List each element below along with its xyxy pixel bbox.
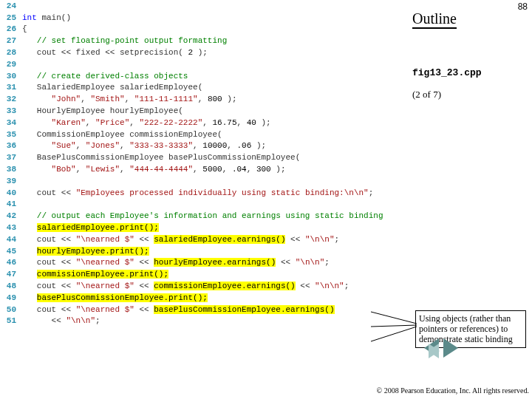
code-text: SalariedEmployee salariedEmployee( (22, 83, 202, 92)
code-line: 50 cout << "\nearned $" << basePlusCommi… (0, 304, 410, 316)
code-line: 40 cout << "Employees processed individu… (0, 187, 410, 199)
code-line: 42 // output each Employee's information… (0, 210, 410, 222)
code-text: cout << "\nearned $" << basePlusCommissi… (22, 305, 335, 314)
code-line: 34 "Karen", "Price", "222-22-2222", 16.7… (0, 117, 410, 129)
line-number: 49 (0, 293, 22, 302)
code-line: 24 (0, 0, 410, 12)
line-number: 47 (0, 270, 22, 279)
line-number: 34 (0, 118, 22, 127)
line-number: 29 (0, 60, 22, 69)
code-editor: 2425int main()26{27 // set floating-poin… (0, 0, 410, 327)
code-line: 25int main() (0, 12, 410, 24)
line-number: 30 (0, 72, 22, 81)
copyright-text: © 2008 Pearson Education, Inc. All right… (377, 386, 529, 395)
code-text: hourlyEmployee.print(); (22, 247, 149, 256)
code-text: { (22, 24, 27, 33)
page-number: 88 (518, 1, 528, 12)
code-text: commissionEmployee.print(); (22, 270, 168, 279)
outline-heading: Outline (412, 10, 457, 29)
code-line: 26{ (0, 24, 410, 35)
code-line: 49 basePlusCommissionEmployee.print(); (0, 292, 410, 304)
line-number: 45 (0, 247, 22, 256)
code-text: cout << fixed << setprecision( 2 ); (22, 48, 208, 57)
line-number: 36 (0, 141, 22, 150)
next-slide-button[interactable] (443, 338, 458, 375)
code-line: 31 SalariedEmployee salariedEmployee( (0, 82, 410, 94)
line-number: 26 (0, 24, 22, 33)
svg-line-0 (371, 312, 417, 324)
code-line: 33 HourlyEmployee hourlyEmployee( (0, 105, 410, 117)
code-text: "John", "Smith", "111-11-1111", 800 ); (22, 95, 237, 103)
code-line: 43 salariedEmployee.print(); (0, 222, 410, 233)
line-number: 31 (0, 83, 22, 92)
code-text: "Bob", "Lewis", "444-44-4444", 5000, .04… (22, 165, 286, 174)
line-number: 44 (0, 235, 22, 244)
line-number: 40 (0, 188, 22, 197)
line-number: 41 (0, 200, 22, 208)
line-number: 48 (0, 282, 22, 290)
line-number: 24 (0, 1, 22, 10)
line-number: 43 (0, 223, 22, 232)
code-text: BasePlusCommissionEmployee basePlusCommi… (22, 153, 300, 162)
code-line: 38 "Bob", "Lewis", "444-44-4444", 5000, … (0, 163, 410, 175)
code-line: 32 "John", "Smith", "111-11-1111", 800 )… (0, 93, 410, 105)
code-text: cout << "Employees processed individuall… (22, 188, 373, 197)
slide-sidebar: 88 Outline fig13_23.cpp (2 of 7) (412, 0, 531, 100)
code-line: 51 << "\n\n"; (0, 316, 410, 327)
code-text: cout << "\nearned $" << salariedEmployee… (22, 235, 339, 244)
svg-line-1 (371, 325, 417, 327)
code-line: 37 BasePlusCommissionEmployee basePlusCo… (0, 151, 410, 163)
code-line: 36 "Sue", "Jones", "333-33-3333", 10000,… (0, 140, 410, 152)
line-number: 38 (0, 165, 22, 174)
code-text: << "\n\n"; (22, 316, 100, 325)
line-number: 32 (0, 95, 22, 103)
filename-label: fig13_23.cpp (412, 67, 531, 78)
code-text: basePlusCommissionEmployee.print(); (22, 293, 208, 302)
code-text: "Karen", "Price", "222-22-2222", 16.75, … (22, 118, 271, 127)
line-number: 35 (0, 130, 22, 139)
code-line: 47 commissionEmployee.print(); (0, 268, 410, 280)
code-text: // output each Employee's information an… (22, 211, 383, 220)
svg-line-2 (371, 327, 417, 341)
line-number: 37 (0, 153, 22, 162)
slide-nav (424, 338, 458, 375)
code-line: 28 cout << fixed << setprecision( 2 ); (0, 47, 410, 58)
code-text: // set floating-point output formatting (22, 36, 227, 45)
code-line: 46 cout << "\nearned $" << hourlyEmploye… (0, 257, 410, 269)
code-text: CommissionEmployee commissionEmployee( (22, 130, 222, 139)
code-text: // create derived-class objects (22, 72, 188, 81)
code-text: salariedEmployee.print(); (22, 223, 159, 232)
line-number: 50 (0, 305, 22, 314)
code-line: 45 hourlyEmployee.print(); (0, 245, 410, 257)
line-number: 51 (0, 316, 22, 325)
code-text: HourlyEmployee hourlyEmployee( (22, 106, 183, 115)
line-number: 33 (0, 106, 22, 115)
code-text: int main() (22, 13, 71, 22)
code-line: 48 cout << "\nearned $" << commissionEmp… (0, 280, 410, 292)
code-line: 35 CommissionEmployee commissionEmployee… (0, 129, 410, 140)
code-line: 41 (0, 199, 410, 211)
code-text: cout << "\nearned $" << hourlyEmployee.e… (22, 258, 330, 267)
code-text: "Sue", "Jones", "333-33-3333", 10000, .0… (22, 141, 266, 150)
line-number: 39 (0, 177, 22, 185)
callout-arrows (369, 310, 417, 352)
line-number: 42 (0, 211, 22, 220)
line-number: 46 (0, 258, 22, 267)
code-line: 39 (0, 175, 410, 187)
code-line: 27 // set floating-point output formatti… (0, 35, 410, 47)
code-line: 29 (0, 58, 410, 70)
line-number: 27 (0, 36, 22, 45)
code-line: 44 cout << "\nearned $" << salariedEmplo… (0, 233, 410, 245)
line-number: 28 (0, 48, 22, 57)
part-label: (2 of 7) (412, 89, 531, 100)
code-line: 30 // create derived-class objects (0, 70, 410, 82)
line-number: 25 (0, 13, 22, 22)
code-text: cout << "\nearned $" << commissionEmploy… (22, 282, 349, 290)
